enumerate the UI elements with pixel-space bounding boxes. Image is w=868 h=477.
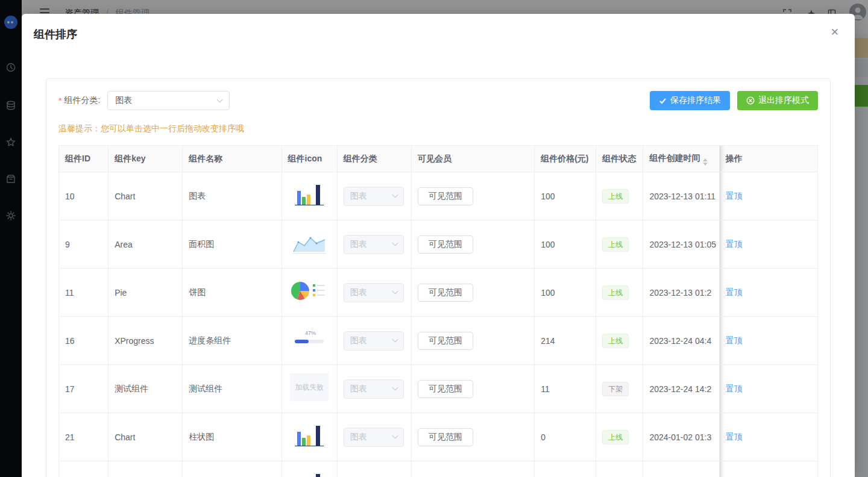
visible-range-button[interactable]: 可见范围 bbox=[418, 428, 473, 446]
visible-range-button[interactable]: 可见范围 bbox=[418, 332, 473, 350]
column-header: 可见会员 bbox=[412, 146, 535, 172]
cell-category: 图表 bbox=[338, 365, 412, 413]
cell-created-time: 2024-01-02 01:3 bbox=[643, 413, 719, 461]
column-header: 组件ID bbox=[59, 146, 108, 172]
column-header: 组件状态 bbox=[596, 146, 643, 172]
pin-top-link[interactable]: 置顶 bbox=[726, 239, 743, 249]
pin-top-link[interactable]: 置顶 bbox=[726, 432, 743, 441]
table-row[interactable]: 21 Chart 柱状图 图表 可见范围 0 上线 2024-01-02 01:… bbox=[59, 413, 818, 461]
table-row[interactable] bbox=[59, 461, 818, 477]
column-header-label: 组件创建时间 bbox=[649, 153, 700, 163]
visible-range-button[interactable]: 可见范围 bbox=[418, 187, 473, 205]
column-header-label: 可见会员 bbox=[418, 154, 451, 163]
visible-range-button[interactable]: 可见范围 bbox=[418, 284, 473, 302]
cell-component-key: Area bbox=[108, 220, 183, 269]
column-header-label: 组件ID bbox=[65, 154, 90, 163]
cell-members: 可见范围 bbox=[412, 220, 535, 269]
pin-top-link[interactable]: 置顶 bbox=[726, 384, 743, 393]
visible-range-button[interactable]: 可见范围 bbox=[418, 235, 473, 254]
table-row[interactable]: 16 XProgress 进度条组件 47% 图表 可见范围 214 上线 20… bbox=[59, 317, 818, 365]
cell-component-name: 进度条组件 bbox=[183, 317, 281, 365]
cell-component-name: 测试组件 bbox=[183, 365, 281, 413]
column-header: 组件名称 bbox=[183, 146, 281, 172]
cell-component-icon: 加载失败 bbox=[282, 365, 338, 413]
cell-members: 可见范围 bbox=[412, 413, 535, 461]
cell-category: 图表 bbox=[338, 172, 412, 220]
cell-created-time: 2023-12-13 01:2 bbox=[643, 269, 719, 317]
cell-category: 图表 bbox=[338, 413, 412, 461]
cell-created-time: 2023-12-24 04:4 bbox=[643, 317, 719, 365]
category-filter-value: 图表 bbox=[115, 95, 132, 106]
cell-component-key: Chart bbox=[108, 413, 183, 461]
category-filter-select[interactable]: 图表 bbox=[107, 91, 230, 110]
table-header-row: 组件ID组件key组件名称组件icon组件分类可见会员组件价格(元)组件状态组件… bbox=[59, 146, 818, 172]
cell-price: 11 bbox=[535, 365, 596, 413]
table-row[interactable]: 9 Area 面积图 图表 可见范围 100 上线 2023-12-13 01:… bbox=[59, 220, 818, 269]
exit-sort-label: 退出排序模式 bbox=[758, 95, 809, 106]
column-header[interactable]: 组件创建时间 bbox=[643, 146, 719, 172]
cell-component-icon bbox=[282, 461, 338, 477]
table-row[interactable]: 11 Pie 饼图 图表 可见范围 100 上线 2023-12-13 01:2… bbox=[59, 269, 818, 317]
column-header: 组件key bbox=[108, 146, 183, 172]
category-select-disabled: 图表 bbox=[344, 379, 404, 399]
pin-top-link[interactable]: 置顶 bbox=[726, 191, 743, 201]
column-header-label: 组件分类 bbox=[344, 154, 377, 163]
cell-price: 100 bbox=[535, 172, 596, 220]
cell-action: 置顶 bbox=[720, 220, 818, 269]
chevron-down-icon bbox=[392, 433, 398, 439]
cell-component-icon bbox=[282, 220, 338, 269]
category-label: 组件分类: bbox=[64, 95, 100, 106]
chevron-down-icon bbox=[392, 337, 398, 343]
bar-chart-icon bbox=[290, 181, 329, 208]
sort-caret-icon[interactable] bbox=[703, 158, 708, 166]
column-header-label: 组件key bbox=[115, 154, 145, 163]
category-select-disabled: 图表 bbox=[344, 331, 404, 351]
cell-component-icon: 47% bbox=[282, 317, 338, 365]
cell-status: 上线 bbox=[596, 413, 643, 461]
pin-top-link[interactable]: 置顶 bbox=[726, 287, 743, 297]
cell-status: 下架 bbox=[596, 365, 643, 413]
cell-action: 置顶 bbox=[720, 365, 818, 413]
icon-load-failed: 加载失败 bbox=[290, 373, 329, 401]
cell-category: 图表 bbox=[338, 220, 412, 269]
cell-component-id: 9 bbox=[59, 220, 108, 269]
visible-range-button[interactable]: 可见范围 bbox=[418, 380, 473, 398]
column-header-label: 组件名称 bbox=[189, 154, 222, 163]
cell-price bbox=[535, 461, 596, 477]
category-select-disabled: 图表 bbox=[344, 187, 404, 206]
cell-action: 置顶 bbox=[720, 269, 818, 317]
cell-action: 置顶 bbox=[720, 317, 818, 365]
circle-close-icon bbox=[746, 96, 755, 105]
cell-status: 上线 bbox=[596, 269, 643, 317]
cell-action bbox=[720, 461, 818, 477]
status-badge: 上线 bbox=[602, 189, 629, 204]
drag-tip-text: 温馨提示：您可以单击选中一行后拖动改变排序哦 bbox=[58, 123, 818, 134]
chevron-down-icon bbox=[217, 96, 223, 102]
cell-status: 上线 bbox=[596, 317, 643, 365]
cell-component-id: 16 bbox=[59, 317, 108, 365]
pin-top-link[interactable]: 置顶 bbox=[726, 335, 743, 345]
status-badge: 上线 bbox=[602, 430, 629, 444]
required-mark: * bbox=[58, 96, 61, 105]
cell-component-name: 图表 bbox=[183, 172, 281, 220]
cell-members: 可见范围 bbox=[412, 317, 535, 365]
cell-component-key: Chart bbox=[108, 172, 183, 220]
status-badge: 上线 bbox=[602, 285, 629, 300]
column-header: 组件icon bbox=[282, 146, 338, 172]
screen: 资产管理 / 组件管理 组件排序 ✕ * 组件分类: bbox=[0, 0, 868, 477]
cell-component-id: 11 bbox=[59, 269, 108, 317]
close-icon[interactable]: ✕ bbox=[831, 27, 839, 37]
svg-text:47%: 47% bbox=[305, 330, 316, 336]
cell-category bbox=[338, 461, 412, 477]
modal-title: 组件排序 bbox=[34, 27, 77, 42]
table-row[interactable]: 10 Chart 图表 图表 可见范围 100 上线 2023-12-13 01… bbox=[59, 172, 818, 220]
cell-created-time: 2023-12-13 01:11 bbox=[643, 172, 719, 220]
cell-component-id bbox=[59, 461, 108, 477]
save-sort-button[interactable]: 保存排序结果 bbox=[650, 91, 730, 110]
chevron-down-icon bbox=[392, 240, 398, 246]
exit-sort-button[interactable]: 退出排序模式 bbox=[737, 91, 818, 110]
chevron-down-icon bbox=[392, 192, 398, 198]
cell-created-time: 2023-12-24 14:2 bbox=[643, 365, 719, 413]
column-header: 组件分类 bbox=[338, 146, 412, 172]
table-row[interactable]: 17 测试组件 测试组件 加载失败 图表 可见范围 11 下架 2023-12-… bbox=[59, 365, 818, 413]
